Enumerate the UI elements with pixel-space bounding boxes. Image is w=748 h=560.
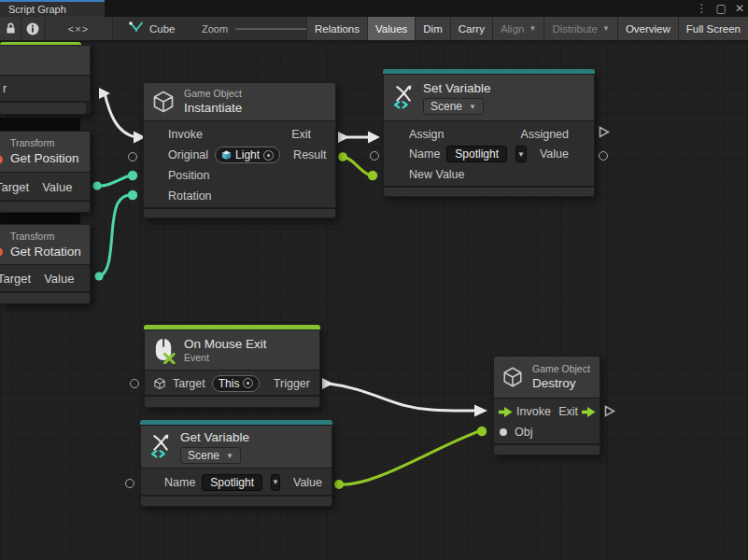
node-instantiate[interactable]: Game Object Instantiate Invoke Exit Orig… [143, 82, 336, 218]
wire-port-dot[interactable] [94, 272, 103, 280]
full-screen-button[interactable]: Full Screen [678, 17, 748, 40]
node-header: On Mouse Exit Event [144, 329, 320, 371]
info-icon [26, 22, 39, 35]
value-port-label: Value [44, 272, 74, 286]
node-edge-event[interactable]: r [0, 42, 91, 115]
wire-event-to-invoke[interactable] [105, 93, 136, 137]
target-port-label: Target [0, 180, 29, 194]
caret-down-icon[interactable]: ▼ [271, 474, 280, 491]
node-get-variable[interactable]: Get Variable Scene▼ Name Spotlight ▼ Val… [140, 420, 332, 507]
variable-name-dropdown[interactable]: Spotlight [446, 146, 507, 162]
node-destroy[interactable]: Game Object Destroy Invoke Exit [493, 356, 600, 455]
wire-trigger-to-invoke[interactable] [329, 384, 474, 411]
node-body: Name Spotlight ▼ Value [140, 469, 332, 496]
close-icon[interactable]: ✕ [735, 2, 744, 15]
wire-port-dot[interactable] [128, 190, 137, 200]
tab-script-graph[interactable]: Script Graph [0, 0, 105, 17]
node-footer [0, 201, 91, 213]
original-input-port[interactable] [128, 152, 137, 161]
target-input-port[interactable] [130, 379, 139, 388]
original-object-field[interactable]: Light [215, 147, 280, 163]
caret-down-icon: ▼ [226, 452, 233, 460]
code-icon: <×> [68, 23, 89, 35]
node-header: Transform Get Rotation [0, 224, 91, 265]
wire-result-to-newvalue[interactable] [343, 157, 372, 175]
obj-port-icon[interactable] [500, 428, 507, 436]
original-object-value: Light [235, 148, 260, 161]
caret-down-icon: ▼ [602, 24, 610, 33]
target-object-field[interactable]: This [212, 375, 261, 392]
variable-scope-dropdown[interactable]: Scene▼ [423, 98, 484, 115]
name-input-port[interactable] [125, 479, 134, 488]
node-body: Target Value [0, 265, 91, 292]
node-header [0, 45, 91, 76]
graph-canvas[interactable]: r Transform Get Position Target Value [0, 42, 748, 560]
exit-output-port[interactable] [604, 405, 615, 417]
wire-port-dot[interactable] [128, 171, 137, 180]
node-set-variable[interactable]: Set Variable Scene▼ Assign Assigned Name… [383, 69, 595, 197]
caret-down-icon[interactable]: ▼ [515, 146, 527, 162]
transform-icon [0, 154, 6, 165]
invoke-port-label: Invoke [516, 405, 551, 418]
dim-button[interactable]: Dim [415, 17, 449, 40]
overview-button[interactable]: Overview [617, 17, 678, 40]
align-button[interactable]: Align▼ [492, 17, 544, 40]
node-title: Get Rotation [10, 244, 81, 259]
node-title: Destroy [532, 375, 590, 391]
wire-port-dot[interactable] [368, 171, 377, 180]
target-port-label: Target [173, 377, 205, 390]
caret-down-icon: ▼ [469, 103, 476, 111]
node-footer [143, 208, 336, 218]
variable-scope-dropdown[interactable]: Scene▼ [180, 447, 241, 464]
node-get-position[interactable]: Transform Get Position Target Value [0, 131, 91, 213]
assigned-output-port[interactable] [599, 126, 610, 138]
variable-icon [148, 434, 172, 459]
graph-breadcrumb[interactable]: Cube [129, 17, 176, 40]
node-body: Target This Trigger [144, 371, 320, 396]
graph-toolbar: <×> Cube Zoom 1x Relations Values Dim Ca… [0, 17, 748, 42]
carry-button[interactable]: Carry [450, 17, 492, 40]
maximize-icon[interactable]: ▢ [716, 2, 727, 15]
wire-port-dot[interactable] [92, 181, 101, 189]
node-on-mouse-exit[interactable]: On Mouse Exit Event Target This Trigger [144, 325, 320, 408]
node-shadow-strip [0, 213, 80, 224]
wire-getposition-to-position[interactable] [97, 175, 131, 186]
lock-icon [4, 21, 18, 35]
graph-name-label: Cube [149, 23, 176, 35]
lock-button[interactable] [0, 17, 21, 40]
tab-bar: Script Graph ⋮ ▢ ✕ [0, 0, 748, 17]
graph-icon [129, 21, 144, 35]
node-subtitle: Event [184, 352, 267, 364]
node-body: Invoke Exit Obj [493, 399, 600, 444]
object-picker-icon[interactable] [263, 150, 274, 161]
connection-wires [0, 42, 748, 560]
wire-port-dot[interactable] [477, 427, 487, 436]
wire-port-dot[interactable] [334, 480, 344, 489]
variable-name-dropdown[interactable]: Spotlight [202, 474, 262, 491]
wire-getvariable-to-obj[interactable] [339, 431, 479, 484]
node-header: Set Variable Scene▼ [383, 74, 595, 121]
node-title: Instantiate [184, 100, 242, 116]
more-menu-icon[interactable]: ⋮ [697, 2, 708, 15]
name-input-port[interactable] [370, 151, 379, 161]
node-get-rotation[interactable]: Transform Get Rotation Target Value [0, 224, 91, 304]
flow-out-port-icon[interactable] [582, 407, 596, 417]
node-header: Game Object Instantiate [143, 82, 336, 121]
relations-button[interactable]: Relations [306, 17, 367, 40]
node-footer [144, 396, 320, 408]
object-picker-icon[interactable] [243, 378, 253, 388]
wire-getrotation-to-rotation[interactable] [99, 195, 131, 276]
caret-down-icon: ▼ [529, 24, 536, 33]
value-output-port[interactable] [599, 151, 608, 161]
node-body: r [0, 76, 91, 102]
wire-port-dot[interactable] [338, 152, 347, 161]
info-button[interactable] [21, 17, 45, 40]
new-value-port-label: New Value [409, 168, 465, 181]
code-view-button[interactable]: <×> [45, 17, 113, 40]
values-button[interactable]: Values [367, 17, 415, 40]
trigger-port-label: Trigger [274, 377, 310, 390]
position-port-label: Position [168, 169, 209, 182]
node-footer [493, 444, 600, 455]
distribute-button[interactable]: Distribute▼ [543, 17, 617, 40]
flow-in-port-icon[interactable] [499, 407, 513, 417]
